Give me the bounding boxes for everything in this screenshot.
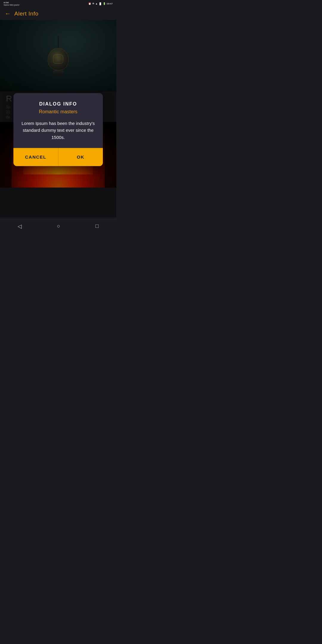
recent-nav-icon[interactable]: □ xyxy=(95,223,99,229)
alarm-icon: ⏰ xyxy=(88,2,91,5)
status-icons-group: ⏰ 👁 ▲ ▐▌ 🔋 09:47 xyxy=(88,2,113,5)
status-bar: m:tel Samo hitni pozivi ⏰ 👁 ▲ ▐▌ 🔋 09:47 xyxy=(0,0,116,7)
dialog-actions: CANCEL OK xyxy=(13,148,103,166)
carrier-name: m:tel xyxy=(4,1,19,4)
dialog-subtitle: Romantic masters xyxy=(21,109,96,114)
dialog-message: Lorem Ipsum has been the industry's stan… xyxy=(21,120,96,141)
app-bar: ← Alert Info xyxy=(0,7,116,20)
signal-icon: ▐▌ xyxy=(99,2,102,5)
battery-icon: 🔋 xyxy=(103,2,106,5)
time-display: 09:47 xyxy=(107,2,113,5)
content-area: R Sp 20 de DIALOG INFO Romantic masters … xyxy=(0,20,116,217)
dialog: DIALOG INFO Romantic masters Lorem Ipsum… xyxy=(13,93,103,166)
wifi-icon: ▲ xyxy=(95,2,98,5)
back-button[interactable]: ← xyxy=(5,10,11,17)
back-nav-icon[interactable]: ◁ xyxy=(18,223,22,230)
app-window: m:tel Samo hitni pozivi ⏰ 👁 ▲ ▐▌ 🔋 09:47… xyxy=(0,0,116,233)
cancel-button[interactable]: CANCEL xyxy=(13,148,58,166)
dialog-info-title: DIALOG INFO xyxy=(21,101,96,107)
home-nav-icon[interactable]: ○ xyxy=(57,223,60,229)
carrier-info: m:tel Samo hitni pozivi xyxy=(4,1,19,6)
page-title: Alert Info xyxy=(14,10,38,17)
emergency-label: Samo hitni pozivi xyxy=(4,4,19,6)
dialog-body: DIALOG INFO Romantic masters Lorem Ipsum… xyxy=(13,93,103,148)
ok-button[interactable]: OK xyxy=(58,148,103,166)
bottom-nav: ◁ ○ □ xyxy=(0,219,116,233)
eye-icon: 👁 xyxy=(92,2,95,5)
